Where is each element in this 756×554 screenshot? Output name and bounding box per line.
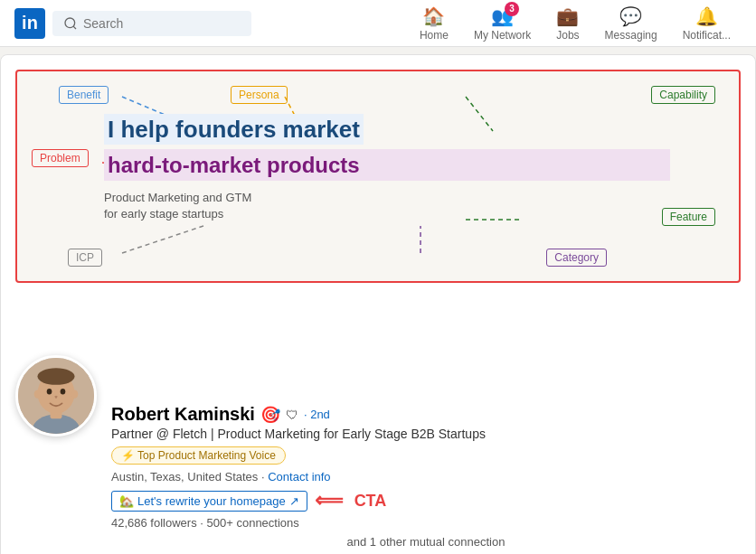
contact-info-link[interactable]: Contact info	[268, 470, 330, 484]
nav-home-label: Home	[420, 29, 449, 42]
avatar-image	[18, 358, 94, 434]
tag-problem: Problem	[32, 149, 89, 167]
cta-annotation-label: CTA	[354, 492, 387, 511]
cta-link[interactable]: 🏡 Let's rewrite your homepage ↗	[111, 491, 307, 512]
profile-headline: Partner @ Fletch | Product Marketing for…	[111, 427, 741, 441]
headline-line2: hard-to-market products	[104, 149, 670, 181]
banner-subtext-line1: Product Marketing and GTM	[104, 191, 251, 204]
search-icon	[63, 16, 78, 31]
top-voice-badge: ⚡ Top Product Marketing Voice	[111, 446, 286, 465]
nav-notifications[interactable]: 🔔 Notificat...	[672, 2, 742, 45]
cta-external-icon: ↗	[289, 494, 299, 508]
profile-name: Robert Kaminski	[111, 404, 255, 425]
svg-point-16	[34, 390, 41, 398]
name-row: Robert Kaminski 🎯 🛡 · 2nd	[111, 404, 741, 425]
nav-home[interactable]: 🏠 Home	[409, 2, 459, 45]
headline-line1: I help founders market	[104, 114, 364, 145]
jobs-icon: 💼	[556, 5, 579, 27]
annotation-spacer	[1, 283, 755, 346]
tag-benefit: Benefit	[59, 86, 109, 104]
messaging-icon: 💬	[619, 5, 642, 27]
tag-persona: Persona	[231, 86, 288, 104]
nav-messaging-label: Messaging	[605, 29, 657, 42]
svg-point-13	[37, 368, 74, 385]
svg-line-1	[73, 26, 76, 29]
search-input[interactable]	[83, 16, 241, 31]
tag-icp: ICP	[68, 249, 102, 267]
target-badge-icon: 🎯	[260, 405, 280, 425]
linkedin-logo[interactable]: in	[14, 8, 45, 39]
network-badge: 3	[505, 2, 519, 16]
svg-line-7	[122, 226, 203, 253]
fletch-logo-text: Fletch PMM	[671, 282, 724, 283]
separator: ·	[200, 516, 206, 530]
profile-card: Benefit Persona Capability Problem Featu…	[0, 54, 756, 554]
svg-point-0	[65, 18, 75, 28]
mutual-connection-row: and 1 other mutual connection	[111, 535, 741, 549]
tag-category: Category	[546, 249, 607, 267]
cta-icon: 🏡	[119, 494, 134, 508]
nav-items: 🏠 Home 👥 3 My Network 💼 Jobs 💬 Messaging…	[409, 2, 742, 45]
top-navigation: in 🏠 Home 👥 3 My Network 💼 Jobs 💬 Messag…	[0, 0, 756, 47]
followers-count: 42,686 followers	[111, 516, 197, 530]
cta-arrow-icon: ⟸	[315, 489, 344, 512]
nav-network[interactable]: 👥 3 My Network	[463, 2, 542, 45]
nav-messaging[interactable]: 💬 Messaging	[594, 2, 668, 45]
profile-info: Robert Kaminski 🎯 🛡 · 2nd Partner @ Flet…	[111, 400, 741, 554]
verified-icon: 🛡	[286, 408, 298, 422]
profile-degree: · 2nd	[304, 408, 330, 421]
banner-diagram: Benefit Persona Capability Problem Featu…	[32, 86, 724, 267]
svg-point-17	[71, 390, 78, 398]
nav-network-label: My Network	[474, 29, 531, 42]
connections-count: 500+ connections	[207, 516, 299, 530]
location-text: Austin, Texas, United States	[111, 470, 258, 484]
avatar	[15, 355, 97, 437]
profile-banner: Benefit Persona Capability Problem Featu…	[15, 70, 741, 283]
cta-row: 🏡 Let's rewrite your homepage ↗ ⟸ CTA	[111, 489, 741, 512]
home-icon: 🏠	[422, 5, 445, 27]
fletch-icon	[655, 281, 667, 283]
nav-jobs-label: Jobs	[556, 29, 579, 42]
location-row: Austin, Texas, United States · Contact i…	[111, 470, 741, 484]
network-icon: 👥 3	[491, 5, 514, 27]
profile-main: Robert Kaminski 🎯 🛡 · 2nd Partner @ Flet…	[1, 400, 755, 554]
fletch-logo-banner: Fletch PMM	[655, 281, 724, 283]
followers-row: 42,686 followers · 500+ connections	[111, 516, 741, 530]
banner-subtext-line2: for early stage startups	[104, 207, 223, 221]
nav-jobs[interactable]: 💼 Jobs	[545, 2, 590, 45]
search-bar[interactable]	[52, 11, 251, 36]
cta-text: Let's rewrite your homepage	[137, 494, 286, 508]
svg-point-14	[47, 389, 52, 395]
notifications-icon: 🔔	[695, 5, 718, 27]
tag-capability: Capability	[651, 86, 715, 104]
banner-headline: I help founders market hard-to-market pr…	[104, 115, 670, 222]
banner-subtext: Product Marketing and GTM for early stag…	[104, 190, 670, 222]
svg-point-15	[61, 389, 66, 395]
nav-notifications-label: Notificat...	[683, 29, 731, 42]
